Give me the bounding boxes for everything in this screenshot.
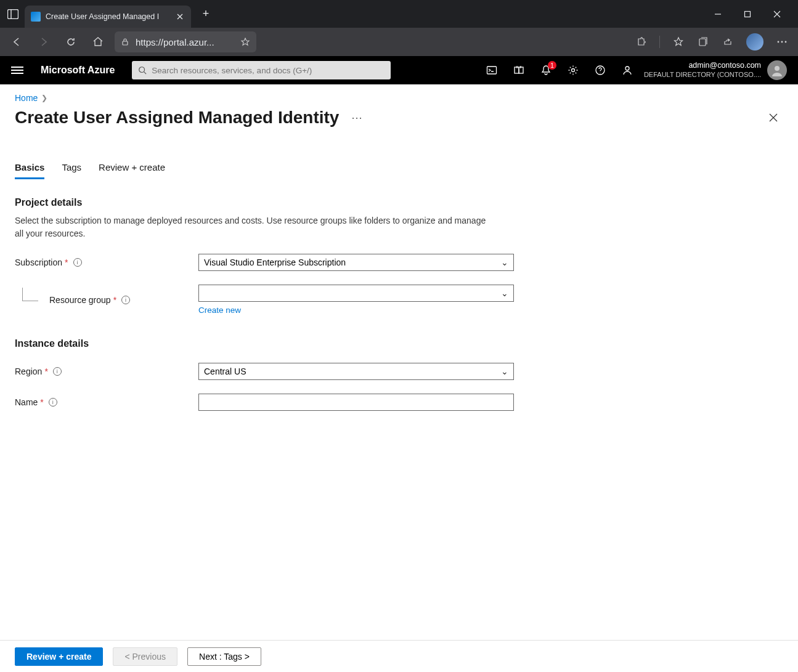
tab-close-icon[interactable] [175,12,185,22]
resource-group-select[interactable]: ⌄ [198,285,514,302]
collections-icon[interactable] [697,36,709,48]
svg-rect-0 [8,9,18,18]
azure-header: Microsoft Azure 1 admin@contoso.com DEFA… [0,56,798,84]
sidebar-toggle-icon[interactable] [6,7,20,21]
instance-details-header: Instance details [15,338,783,349]
address-bar[interactable]: https://portal.azur... [115,31,256,52]
info-icon[interactable]: i [73,258,82,267]
next-button[interactable]: Next : Tags > [187,647,261,666]
required-asterisk: * [65,257,68,267]
tab-review[interactable]: Review + create [99,162,165,179]
svg-point-8 [785,41,787,43]
breadcrumb-home[interactable]: Home [15,93,38,103]
chevron-down-icon: ⌄ [501,288,508,298]
svg-rect-4 [123,41,128,45]
azure-brand[interactable]: Microsoft Azure [41,65,115,76]
search-box[interactable] [132,61,391,79]
indent-line [22,288,38,301]
toolbar-divider [659,36,660,48]
close-blade-icon[interactable] [768,113,783,123]
azure-favicon [31,12,41,22]
info-icon[interactable]: i [121,296,130,304]
project-details-description: Select the subscription to manage deploy… [15,214,495,240]
tab-tags[interactable]: Tags [62,162,81,179]
favorite-add-icon[interactable] [240,37,250,47]
address-text: https://portal.azur... [136,37,214,47]
new-tab-button[interactable]: + [197,6,214,23]
feedback-icon[interactable] [622,65,633,76]
more-icon[interactable] [776,36,788,48]
svg-point-14 [571,69,574,72]
page-title: Create User Assigned Managed Identity [15,108,339,128]
browser-tab[interactable]: Create User Assigned Managed I [25,6,191,28]
settings-icon[interactable] [568,65,579,76]
notifications-icon[interactable]: 1 [540,65,552,76]
tab-basics[interactable]: Basics [15,162,44,179]
account-info[interactable]: admin@contoso.com DEFAULT DIRECTORY (CON… [644,61,761,79]
lock-icon [121,38,129,46]
svg-rect-11 [487,67,496,74]
info-icon[interactable]: i [53,367,62,376]
account-directory: DEFAULT DIRECTORY (CONTOSO.... [644,71,761,78]
project-details-header: Project details [15,197,783,208]
previous-button: < Previous [113,647,177,666]
cloud-shell-icon[interactable] [486,65,497,76]
share-icon[interactable] [722,36,734,48]
window-maximize-icon[interactable] [741,8,754,20]
info-icon[interactable]: i [49,398,57,407]
home-button[interactable] [88,31,108,52]
svg-point-9 [139,67,145,73]
forward-button[interactable] [33,31,54,52]
name-label: Name * i [15,397,198,407]
form-footer: Review + create < Previous Next : Tags > [0,640,798,672]
required-asterisk: * [40,397,43,407]
svg-rect-5 [699,39,706,46]
tab-title: Create User Assigned Managed I [46,12,171,21]
chevron-down-icon: ⌄ [501,366,508,376]
search-input[interactable] [152,66,385,75]
chevron-right-icon: ❯ [41,94,47,102]
directories-icon[interactable] [513,65,524,76]
create-new-link[interactable]: Create new [198,306,514,315]
svg-rect-3 [745,11,751,17]
window-close-icon[interactable] [771,8,783,20]
subscription-select[interactable]: Visual Studio Enterprise Subscription ⌄ [198,254,514,271]
page-content: Home ❯ Create User Assigned Managed Iden… [0,84,798,640]
menu-button[interactable] [11,67,23,74]
browser-title-bar: Create User Assigned Managed I + [0,0,798,28]
back-button[interactable] [6,31,27,52]
browser-toolbar: https://portal.azur... [0,28,798,56]
review-create-button[interactable]: Review + create [15,647,103,666]
form-tabs: Basics Tags Review + create [15,162,783,180]
notification-badge: 1 [548,61,556,70]
refresh-button[interactable] [60,31,81,52]
more-actions-icon[interactable]: ⋯ [351,111,364,124]
chevron-down-icon: ⌄ [501,257,508,267]
search-icon [138,66,147,75]
subscription-label: Subscription * i [15,257,198,267]
name-input[interactable] [198,394,514,411]
svg-point-7 [781,41,783,43]
required-asterisk: * [44,366,47,376]
help-icon[interactable] [595,65,606,76]
account-email: admin@contoso.com [644,61,761,70]
svg-line-10 [144,72,147,75]
favorites-icon[interactable] [672,36,685,48]
breadcrumb: Home ❯ [15,93,783,103]
svg-point-17 [775,66,780,71]
resource-group-label: Resource group * i [15,295,198,305]
region-label: Region * i [15,366,198,376]
required-asterisk: * [113,295,116,305]
svg-point-16 [625,67,629,70]
extensions-icon[interactable] [635,36,647,48]
svg-point-6 [778,41,780,43]
account-avatar[interactable] [767,60,787,80]
region-select[interactable]: Central US ⌄ [198,363,514,380]
window-minimize-icon[interactable] [712,8,724,20]
profile-avatar[interactable] [746,33,763,51]
